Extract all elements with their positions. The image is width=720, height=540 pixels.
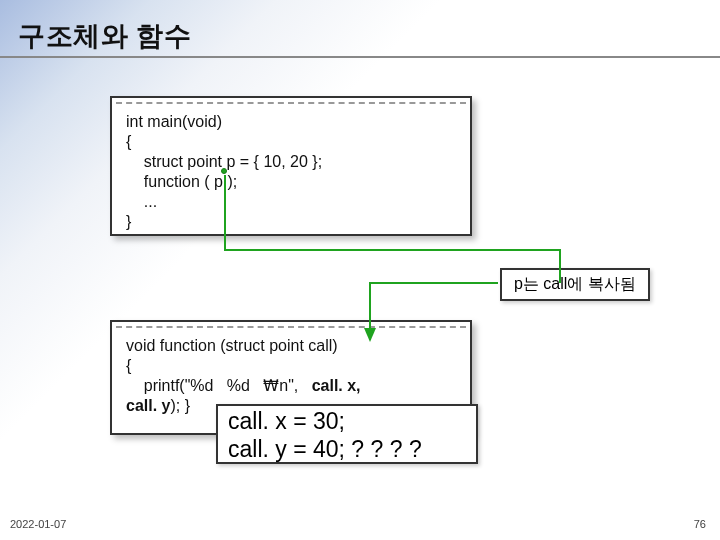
- code-line: int main(void): [126, 113, 222, 130]
- code-bold: call. y: [126, 397, 170, 414]
- label-copy-note: p는 call에 복사됨: [500, 268, 650, 301]
- footer-pagenum: 76: [694, 518, 706, 530]
- code-line: void function (struct point call): [126, 337, 338, 354]
- code-box-main: int main(void) { struct point p = { 10, …: [110, 96, 472, 236]
- code-line: ...: [126, 193, 157, 210]
- code-bold: call. x,: [312, 377, 361, 394]
- code-line-part: printf("%d %d: [126, 377, 263, 394]
- code-line: {: [126, 357, 131, 374]
- box-top-dash: [116, 326, 466, 328]
- code-line: {: [126, 133, 131, 150]
- code-line-part: ); }: [170, 397, 190, 414]
- code-main: int main(void) { struct point p = { 10, …: [126, 112, 456, 232]
- highlight-call-assign: call. x = 30; call. y = 40; ? ? ? ?: [216, 404, 478, 464]
- slide-title: 구조체와 함수: [18, 18, 191, 54]
- footer-date: 2022-01-07: [10, 518, 66, 530]
- title-underline: [0, 56, 720, 58]
- highlight-line: call. x = 30;: [228, 408, 466, 436]
- arrow-start-dot: [221, 168, 227, 174]
- box-top-dash: [116, 102, 466, 104]
- code-line-part: n",: [279, 377, 311, 394]
- highlight-line: call. y = 40; ? ? ? ?: [228, 436, 466, 464]
- code-line: function ( p );: [126, 173, 237, 190]
- code-line: }: [126, 213, 131, 230]
